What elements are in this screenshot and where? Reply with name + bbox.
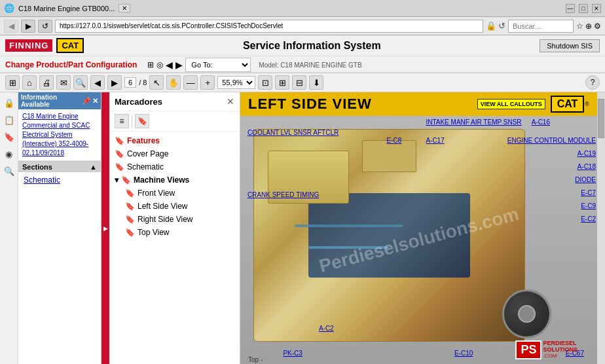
callout-ac18[interactable]: A-C18 xyxy=(578,163,596,170)
minimize-button[interactable]: — xyxy=(566,4,575,13)
sections-header: Sections ▲ xyxy=(18,161,101,172)
goto-select[interactable]: Go To: xyxy=(185,58,251,72)
forward-button[interactable]: ▶ xyxy=(21,20,35,33)
info-document-link[interactable]: C18 Marine Engine Commercial and SCAC El… xyxy=(22,112,97,158)
bm-right-icon: 🔖 xyxy=(125,215,135,224)
cat-logo-diagram: CAT xyxy=(551,96,585,113)
callout-ac17[interactable]: A-C17 xyxy=(426,137,444,144)
callout-ac16[interactable]: A-C16 xyxy=(532,118,550,126)
ps-badge: PS xyxy=(515,340,541,359)
bm-features[interactable]: 🔖 Features xyxy=(109,134,240,147)
search-sidebar-icon[interactable]: 🔍 xyxy=(3,164,16,177)
bm-schematic-icon: 🔖 xyxy=(115,162,124,172)
lock-sidebar-icon[interactable]: 🔒 xyxy=(3,96,16,109)
nav-prev-icon[interactable]: ◀ xyxy=(166,60,173,70)
help-button[interactable]: ? xyxy=(585,75,600,90)
bm-toolbar-icon2[interactable]: 🔖 xyxy=(135,114,149,128)
logo-area: FINNING CAT xyxy=(5,38,84,53)
callout-crank[interactable]: CRANK SPEED TIMING xyxy=(248,191,319,198)
bm-schematic[interactable]: 🔖 Schematic xyxy=(109,160,240,173)
bm-features-icon: 🔖 xyxy=(115,136,124,145)
callout-ec10[interactable]: E-C10 xyxy=(454,350,473,357)
product-icon2[interactable]: ◎ xyxy=(156,60,163,69)
nav-next-icon[interactable]: ▶ xyxy=(175,60,183,70)
info-available-header: Information Available 📌 ✕ xyxy=(18,92,101,109)
callout-ac2[interactable]: A-C2 xyxy=(319,325,334,332)
callout-ec7[interactable]: E-C7 xyxy=(581,189,596,196)
callout-pkc3[interactable]: PK-C3 xyxy=(283,350,302,357)
bm-top-view[interactable]: 🔖 Top View xyxy=(109,226,240,239)
scrollbar-thumb[interactable] xyxy=(598,99,604,138)
search-doc-icon[interactable]: 🔍 xyxy=(73,75,88,90)
callout-ec8[interactable]: E-C8 xyxy=(386,137,401,144)
print-icon[interactable]: 🖨 xyxy=(39,75,54,90)
left-panel: 🔒 📋 🔖 ◉ 🔍 Information Available 📌 ✕ C18 … xyxy=(0,92,101,364)
cursor-tool[interactable]: ↖ xyxy=(149,75,164,90)
bm-machine-views-group[interactable]: ▾ 🔖 Machine Views xyxy=(109,173,240,187)
page-current[interactable]: 6 xyxy=(124,77,136,88)
bm-right-label: Right Side View xyxy=(138,215,193,224)
new-icon[interactable]: ⊞ xyxy=(5,75,20,90)
callout-coolant[interactable]: COOLANT LVL SNSR AFTCLR xyxy=(248,129,339,136)
maximize-button[interactable]: □ xyxy=(579,4,588,13)
right-scrollbar[interactable] xyxy=(597,92,605,364)
callout-ac19[interactable]: A-C19 xyxy=(578,150,596,157)
doc-prev-icon[interactable]: ◀ xyxy=(90,75,105,90)
tab-close[interactable]: ✕ xyxy=(119,4,130,12)
callout-intake[interactable]: INTAKE MANF AIR TEMP SNSR xyxy=(426,118,521,126)
shutdown-button[interactable]: Shutdown SIS xyxy=(540,39,600,52)
info-pin-btn[interactable]: 📌 xyxy=(82,97,91,105)
refresh-icon[interactable]: ↺ xyxy=(498,21,505,31)
info-text-block: C18 Marine Engine Commercial and SCAC El… xyxy=(18,109,101,161)
bm-toolbar-icon1[interactable]: ≡ xyxy=(115,114,129,128)
main-left-content: Information Available 📌 ✕ C18 Marine Eng… xyxy=(18,92,101,364)
doc-next-icon[interactable]: ▶ xyxy=(107,75,122,90)
settings-icon[interactable]: ⚙ xyxy=(594,22,601,31)
page-sidebar-icon[interactable]: 📋 xyxy=(3,113,16,126)
bookmarks-toolbar: ≡ 🔖 xyxy=(109,111,240,132)
fit-width-icon[interactable]: ⊞ xyxy=(275,75,289,90)
callout-ec9[interactable]: E-C9 xyxy=(581,202,596,209)
zoom-out-btn[interactable]: — xyxy=(183,75,198,90)
callout-engine-ctrl[interactable]: ENGINE CONTROL MODULE xyxy=(507,137,596,144)
refresh-button[interactable]: ↺ xyxy=(38,20,52,33)
zoom-select[interactable]: 55,9% xyxy=(217,76,255,89)
star-icon[interactable]: ☆ xyxy=(576,22,583,31)
zoom-in-btn[interactable]: + xyxy=(200,75,215,90)
view-all-button[interactable]: VIEW ALL CALLOUTS xyxy=(477,99,545,109)
info-close-btn[interactable]: ✕ xyxy=(92,97,98,105)
bookmarks-tree: 🔖 Features 🔖 Cover Page 🔖 Schematic ▾ 🔖 … xyxy=(109,132,240,364)
bm-cover-page[interactable]: 🔖 Cover Page xyxy=(109,147,240,160)
bm-left-side[interactable]: 🔖 Left Side View xyxy=(109,200,240,213)
mail-icon[interactable]: ✉ xyxy=(56,75,71,90)
bookmarks-header: Marcadores ✕ xyxy=(109,92,240,111)
sections-block: Sections ▲ Schematic xyxy=(18,161,101,189)
bm-machine-label: Machine Views xyxy=(134,175,189,185)
page-total: / 8 xyxy=(139,79,147,86)
hand-tool[interactable]: ✋ xyxy=(166,75,181,90)
sections-content: Schematic xyxy=(18,172,101,189)
fit-page-icon[interactable]: ⊡ xyxy=(258,75,272,90)
product-icon1[interactable]: ⊞ xyxy=(147,60,154,69)
bookmarks-close[interactable]: ✕ xyxy=(227,96,234,107)
address-bar: ◀ ▶ ↺ 🔒 ↺ ☆ ⊕ ⚙ xyxy=(0,17,605,35)
left-collapse-arrow[interactable]: ▶ xyxy=(101,92,109,364)
bm-front-view[interactable]: 🔖 Front View xyxy=(109,187,240,200)
fit-height-icon[interactable]: ⊟ xyxy=(292,75,306,90)
diagram-title: LEFT SIDE VIEW xyxy=(248,96,372,113)
schematic-link[interactable]: Schematic xyxy=(24,175,96,186)
bookmark-icon[interactable]: ⊕ xyxy=(585,22,592,31)
close-button[interactable]: ✕ xyxy=(592,4,601,13)
back-button[interactable]: ◀ xyxy=(4,20,18,33)
download-icon[interactable]: ⬇ xyxy=(309,75,323,90)
home-icon[interactable]: ⌂ xyxy=(22,75,37,90)
bookmark-sidebar-icon[interactable]: 🔖 xyxy=(3,130,16,143)
bookmarks-panel: Marcadores ✕ ≡ 🔖 🔖 Features 🔖 Cover Page… xyxy=(109,92,240,364)
bm-right-side[interactable]: 🔖 Right Side View xyxy=(109,213,240,226)
url-input[interactable] xyxy=(55,20,483,33)
sections-toggle[interactable]: ▲ xyxy=(90,163,97,171)
layers-sidebar-icon[interactable]: ◉ xyxy=(3,147,16,160)
callout-ec2[interactable]: E-C2 xyxy=(581,215,596,223)
callout-diode[interactable]: DIODE xyxy=(575,176,596,183)
search-input[interactable] xyxy=(508,20,574,33)
